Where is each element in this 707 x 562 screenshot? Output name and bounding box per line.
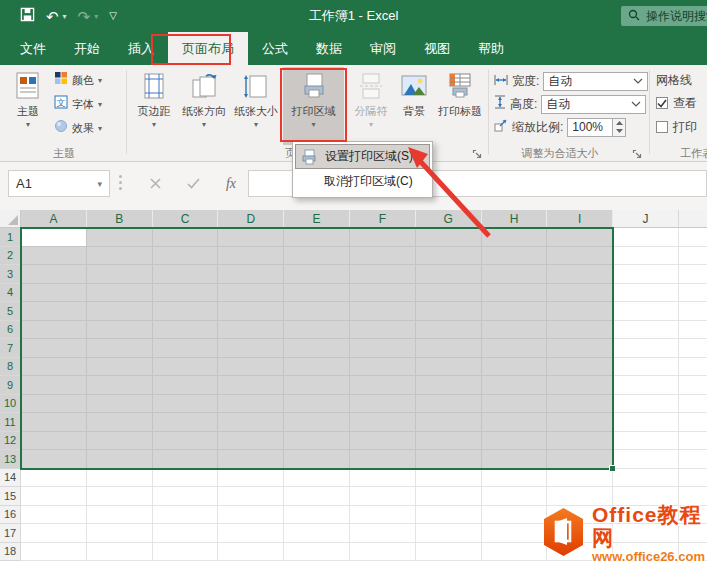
row-header-17[interactable]: 17 xyxy=(0,524,21,543)
cell-H16[interactable] xyxy=(482,506,548,525)
cell-H9[interactable] xyxy=(482,376,548,395)
cell-E14[interactable] xyxy=(284,469,350,488)
column-header-B[interactable]: B xyxy=(87,210,153,228)
cell-F9[interactable] xyxy=(350,376,416,395)
cell-B5[interactable] xyxy=(87,302,153,321)
menu-item-set-print-area[interactable]: 设置打印区域(S) xyxy=(295,144,430,169)
cell-J7[interactable] xyxy=(613,339,679,358)
height-dropdown[interactable]: 自动 xyxy=(541,95,646,114)
cell-A3[interactable] xyxy=(21,265,87,284)
cell-A18[interactable] xyxy=(21,543,87,562)
cell-A2[interactable] xyxy=(21,247,87,266)
cell-D7[interactable] xyxy=(218,339,284,358)
cell-I7[interactable] xyxy=(547,339,613,358)
cell-B18[interactable] xyxy=(87,543,153,562)
customize-qat-icon[interactable]: ▽ xyxy=(109,11,117,21)
cell-J4[interactable] xyxy=(613,284,679,303)
cell-F8[interactable] xyxy=(350,358,416,377)
column-header-K[interactable]: K xyxy=(679,210,707,228)
cell-K14[interactable] xyxy=(679,469,707,488)
cell-E4[interactable] xyxy=(284,284,350,303)
column-header-F[interactable]: F xyxy=(350,210,416,228)
cell-D16[interactable] xyxy=(218,506,284,525)
cell-A1[interactable] xyxy=(21,228,87,247)
cell-G15[interactable] xyxy=(416,487,482,506)
scale-to-fit-dialog-launcher-icon[interactable] xyxy=(632,146,644,158)
undo-dropdown-icon[interactable]: ▾ xyxy=(63,12,67,21)
cell-D18[interactable] xyxy=(218,543,284,562)
menu-item-clear-print-area[interactable]: 取消打印区域(C) xyxy=(295,169,430,194)
row-header-1[interactable]: 1 xyxy=(0,228,21,247)
cell-B4[interactable] xyxy=(87,284,153,303)
cell-E11[interactable] xyxy=(284,413,350,432)
row-header-4[interactable]: 4 xyxy=(0,284,21,303)
cell-K6[interactable] xyxy=(679,321,707,340)
cell-F11[interactable] xyxy=(350,413,416,432)
cell-G18[interactable] xyxy=(416,543,482,562)
cell-C7[interactable] xyxy=(153,339,219,358)
cell-J8[interactable] xyxy=(613,358,679,377)
column-header-E[interactable]: E xyxy=(284,210,350,228)
cell-E17[interactable] xyxy=(284,524,350,543)
gridlines-print-checkbox[interactable] xyxy=(656,121,668,133)
paper-size-button[interactable]: 纸张大小 ▾ xyxy=(231,67,281,145)
cell-B15[interactable] xyxy=(87,487,153,506)
row-header-9[interactable]: 9 xyxy=(0,376,21,395)
cell-B16[interactable] xyxy=(87,506,153,525)
cell-E2[interactable] xyxy=(284,247,350,266)
row-header-5[interactable]: 5 xyxy=(0,302,21,321)
cell-C6[interactable] xyxy=(153,321,219,340)
save-icon[interactable] xyxy=(20,7,35,26)
cell-B7[interactable] xyxy=(87,339,153,358)
cell-G9[interactable] xyxy=(416,376,482,395)
cell-K1[interactable] xyxy=(679,228,707,247)
cell-D15[interactable] xyxy=(218,487,284,506)
cell-A7[interactable] xyxy=(21,339,87,358)
cell-C1[interactable] xyxy=(153,228,219,247)
cell-C17[interactable] xyxy=(153,524,219,543)
orientation-button[interactable]: 纸张方向 ▾ xyxy=(178,67,230,145)
cell-G4[interactable] xyxy=(416,284,482,303)
tab-开始[interactable]: 开始 xyxy=(60,32,114,65)
cell-H2[interactable] xyxy=(482,247,548,266)
row-header-18[interactable]: 18 xyxy=(0,543,21,562)
cell-A16[interactable] xyxy=(21,506,87,525)
cell-C15[interactable] xyxy=(153,487,219,506)
cell-B13[interactable] xyxy=(87,450,153,469)
cell-K11[interactable] xyxy=(679,413,707,432)
cell-D8[interactable] xyxy=(218,358,284,377)
row-header-15[interactable]: 15 xyxy=(0,487,21,506)
cell-A10[interactable] xyxy=(21,395,87,414)
cell-B14[interactable] xyxy=(87,469,153,488)
cell-E7[interactable] xyxy=(284,339,350,358)
tell-me-search-box[interactable]: 操作说明搜索 xyxy=(621,6,707,26)
cell-E8[interactable] xyxy=(284,358,350,377)
cell-A4[interactable] xyxy=(21,284,87,303)
cell-H7[interactable] xyxy=(482,339,548,358)
cell-A13[interactable] xyxy=(21,450,87,469)
cell-I12[interactable] xyxy=(547,432,613,451)
theme-effects-button[interactable]: 效果 ▾ xyxy=(52,117,104,139)
cell-I5[interactable] xyxy=(547,302,613,321)
cell-H11[interactable] xyxy=(482,413,548,432)
cell-D10[interactable] xyxy=(218,395,284,414)
tab-插入[interactable]: 插入 xyxy=(114,32,168,65)
cell-G12[interactable] xyxy=(416,432,482,451)
tab-公式[interactable]: 公式 xyxy=(248,32,302,65)
cell-F4[interactable] xyxy=(350,284,416,303)
width-dropdown[interactable]: 自动 xyxy=(543,72,648,91)
cell-B17[interactable] xyxy=(87,524,153,543)
cell-C3[interactable] xyxy=(153,265,219,284)
fill-handle[interactable] xyxy=(609,465,616,472)
row-header-6[interactable]: 6 xyxy=(0,321,21,340)
cell-D4[interactable] xyxy=(218,284,284,303)
row-header-12[interactable]: 12 xyxy=(0,432,21,451)
cell-F14[interactable] xyxy=(350,469,416,488)
cell-J2[interactable] xyxy=(613,247,679,266)
zoom-scale-input[interactable]: 100% xyxy=(567,118,613,137)
row-header-16[interactable]: 16 xyxy=(0,506,21,525)
cell-H17[interactable] xyxy=(482,524,548,543)
cell-A17[interactable] xyxy=(21,524,87,543)
row-header-13[interactable]: 13 xyxy=(0,450,21,469)
cell-G1[interactable] xyxy=(416,228,482,247)
